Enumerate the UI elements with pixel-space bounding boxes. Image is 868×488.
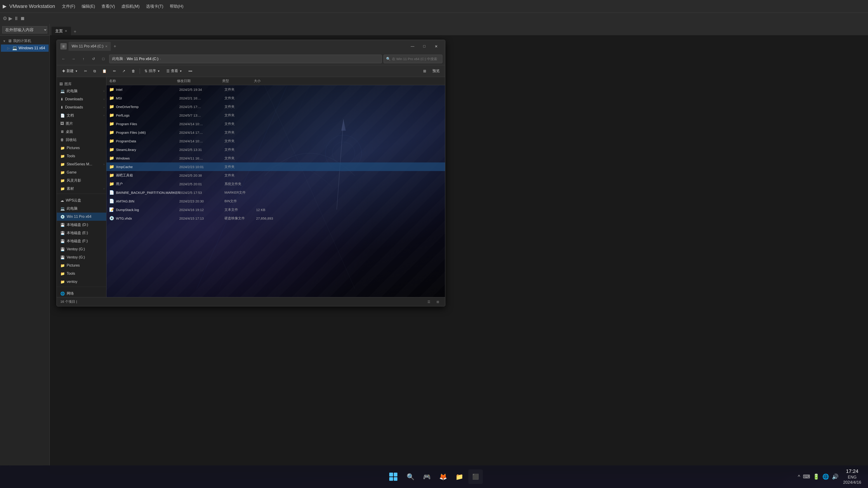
taskbar-filemanager-icon[interactable]: 📁 xyxy=(452,469,467,484)
tray-battery-icon[interactable]: 🔋 xyxy=(813,474,819,480)
menu-view[interactable]: 查看(V) xyxy=(98,3,118,10)
toolbar-icon-1[interactable]: ⚙ xyxy=(3,15,7,22)
sidebar-item-wps[interactable]: ☁ WPS云盘 xyxy=(57,196,106,204)
window-maximize-button[interactable]: □ xyxy=(419,42,430,51)
file-row-perflogs[interactable]: 📁 PerfLogs 2024/5/7 13:... 文件夹 xyxy=(106,111,445,120)
details-pane-button[interactable]: ⊞ xyxy=(421,67,429,75)
nav-location-button[interactable]: □ xyxy=(99,55,107,63)
sidebar-item-network[interactable]: 🌐 网络 xyxy=(57,289,106,297)
new-button[interactable]: ✚ 新建 ▼ xyxy=(59,67,81,75)
sidebar-item-downloads-1[interactable]: ⬇ Downloads › xyxy=(57,95,106,103)
tray-datetime[interactable]: 17:24 ENG 2024/4/16 xyxy=(843,468,861,485)
delete-button[interactable]: 🗑 xyxy=(129,67,138,75)
window-minimize-button[interactable]: — xyxy=(407,42,418,51)
taskbar-search-icon[interactable]: 🔍 xyxy=(403,469,418,484)
menu-vm[interactable]: 虚拟机(M) xyxy=(118,3,143,10)
file-row-onedrivetemp[interactable]: 📁 OneDriveTemp 2024/2/5 17:... 文件夹 xyxy=(106,102,445,111)
tray-chevron-icon[interactable]: ^ xyxy=(798,474,800,480)
sidebar-item-downloads-2[interactable]: ⬇ Downloads › xyxy=(57,103,106,111)
col-size-header[interactable]: 大小 xyxy=(254,79,281,83)
file-row-programdata[interactable]: 📁 ProgramData 2024/4/14 10:... 文件夹 xyxy=(106,137,445,145)
menu-tabs[interactable]: 选项卡(T) xyxy=(143,3,166,10)
sidebar-item-tools[interactable]: 📁 Tools xyxy=(57,152,106,160)
share-button[interactable]: ↗ xyxy=(120,67,128,75)
file-row-amtag[interactable]: 📄 AMTAG.BIN 2024/2/23 20:30 BIN文件 xyxy=(106,197,445,205)
menu-help[interactable]: 帮助(H) xyxy=(166,3,187,10)
tree-item-my-computer[interactable]: ▼ 🖥 我的计算机 xyxy=(1,37,49,44)
file-row-programfiles[interactable]: 📁 Program Files 2024/4/14 10:... 文件夹 xyxy=(106,120,445,128)
file-row-dumpstack[interactable]: 📝 DumpStack.log 2024/4/16 19:12 文本文件 12 … xyxy=(106,205,445,214)
tab-home[interactable]: 主页 ✕ xyxy=(52,27,71,35)
search-box[interactable]: 🔍 xyxy=(383,55,442,63)
sidebar-item-pictures[interactable]: 🖼 图片 xyxy=(57,120,106,128)
detail-view-button[interactable]: ☰ xyxy=(425,299,432,305)
sidebar-item-local-e[interactable]: 💾 本地磁盘 (E:) xyxy=(57,229,106,237)
file-row-programfiles86[interactable]: 📁 Program Files (x86) 2024/4/14 17:... 文… xyxy=(106,128,445,137)
sidebar-item-ventoy-g1[interactable]: 💾 Ventoy (G:) xyxy=(57,245,106,253)
sidebar-item-desktop[interactable]: 🖥 桌面 xyxy=(57,128,106,136)
file-row-wtg[interactable]: 💿 WTG.vhdx 2024/4/15 17:13 硬盘映像文件 27,856… xyxy=(106,214,445,223)
sidebar-item-this-pc[interactable]: 💻 此电脑 › xyxy=(57,87,106,95)
sidebar-item-recycle[interactable]: 🗑 回收站 xyxy=(57,136,106,144)
toolbar-icon-4[interactable]: ⏹ xyxy=(20,15,25,22)
breadcrumb-current-drive[interactable]: Win 11 Pro x64 (C:) xyxy=(127,57,158,61)
file-row-users[interactable]: 📁 用户 2024/2/5 20:01 系统文件夹 xyxy=(106,180,445,188)
taskbar-app-icon[interactable]: ⬛ xyxy=(468,469,483,484)
search-input[interactable] xyxy=(392,57,440,61)
sidebar-item-pictures-2[interactable]: 📁 Pictures xyxy=(57,144,106,152)
sidebar-item-this-pc-2[interactable]: 💻 此电脑 xyxy=(57,204,106,213)
explorer-tab-main[interactable]: Win 11 Pro x64 (C:) ✕ xyxy=(68,42,111,51)
explorer-new-tab-button[interactable]: + xyxy=(114,44,116,49)
rename-button[interactable]: ✏ xyxy=(110,67,119,75)
file-row-winre[interactable]: 📄 $WINRE_BACKUP_PARTITION.MARKER 2024/2/… xyxy=(106,188,445,197)
file-row-steamlibrary[interactable]: 📁 SteamLibrary 2024/2/5 13:31 文件夹 xyxy=(106,145,445,154)
file-row-huabatools[interactable]: 📁 画吧工具箱 2024/2/5 20:38 文件夹 xyxy=(106,171,445,180)
sidebar-item-ventoy-folder[interactable]: 📁 ventoy xyxy=(57,278,106,286)
sidebar-item-steelseries[interactable]: 📁 SteelSeries M... › xyxy=(57,160,106,168)
grid-view-button[interactable]: ⊞ xyxy=(434,299,441,305)
sidebar-item-win11-drive[interactable]: 💿 Win 11 Pro x64 xyxy=(57,213,106,221)
sidebar-item-pictures-v[interactable]: 📁 Pictures xyxy=(57,261,106,269)
breadcrumb-this-pc[interactable]: 此电脑 xyxy=(112,57,123,61)
cut-button[interactable]: ✂ xyxy=(81,67,90,75)
file-row-xmpcache[interactable]: 📁 XmpCache 2024/2/23 10:01 文件夹 xyxy=(106,162,445,171)
toolbar-icon-3[interactable]: ⏸ xyxy=(14,15,19,22)
file-row-msi[interactable]: 📁 MSI 2024/2/1 16:... 文件夹 xyxy=(106,94,445,102)
more-button[interactable]: ••• xyxy=(186,67,195,75)
sidebar-item-documents[interactable]: 📄 文档 › xyxy=(57,111,106,120)
tab-add-button[interactable]: + xyxy=(72,28,78,35)
menu-edit[interactable]: 编辑(E) xyxy=(79,3,98,10)
sidebar-item-tools-v[interactable]: 📁 Tools xyxy=(57,269,106,278)
nav-forward-button[interactable]: → xyxy=(69,55,78,63)
sidebar-item-sucai[interactable]: 📁 素材 › xyxy=(57,185,106,193)
explorer-tab-close-icon[interactable]: ✕ xyxy=(105,45,107,48)
tray-ime-icon[interactable]: ⌨ xyxy=(803,474,810,480)
file-row-intel[interactable]: 📁 Intel 2024/2/5 19:34 文件夹 xyxy=(106,85,445,94)
view-button[interactable]: ☰ 查看 ▼ xyxy=(164,67,185,75)
sidebar-item-game[interactable]: 📁 Game xyxy=(57,168,106,176)
sidebar-item-ventoy-g2[interactable]: 💾 Ventoy (G:) xyxy=(57,253,106,261)
window-close-button[interactable]: ✕ xyxy=(431,42,441,51)
nav-refresh-button[interactable]: ↺ xyxy=(89,55,97,63)
nav-up-button[interactable]: ↑ xyxy=(79,55,88,63)
file-row-windows[interactable]: 📁 Windows 2024/4/11 16:... 文件夹 xyxy=(106,154,445,162)
tree-item-windows11[interactable]: ▷ 💻 Windows 11 x64 xyxy=(1,44,49,52)
taskbar-steam-icon[interactable]: 🎮 xyxy=(420,469,434,484)
address-bar[interactable]: 此电脑 › Win 11 Pro x64 (C:) › xyxy=(109,55,382,63)
sidebar-item-local-d[interactable]: 💾 本地磁盘 (D:) xyxy=(57,221,106,229)
col-type-header[interactable]: 类型 xyxy=(222,79,254,83)
nav-back-button[interactable]: ← xyxy=(59,55,68,63)
copy-button[interactable]: ⧉ xyxy=(91,67,98,75)
tray-network-icon[interactable]: 🌐 xyxy=(822,474,829,480)
col-name-header[interactable]: 名称 xyxy=(109,79,177,83)
taskbar-firefox-icon[interactable]: 🦊 xyxy=(436,469,450,484)
col-date-header[interactable]: 修改日期 xyxy=(177,79,222,83)
sidebar-item-local-f[interactable]: 💾 本地磁盘 (F:) xyxy=(57,237,106,245)
input-mode-select[interactable]: 在外部输入内容 xyxy=(2,26,47,33)
paste-button[interactable]: 📋 xyxy=(99,67,110,75)
preview-button[interactable]: 预览 xyxy=(430,67,442,75)
menu-file[interactable]: 文件(F) xyxy=(59,3,79,10)
toolbar-icon-2[interactable]: ▶ xyxy=(8,15,12,22)
sidebar-item-fengling[interactable]: 📁 风灵月影 xyxy=(57,176,106,185)
tab-home-close-icon[interactable]: ✕ xyxy=(65,29,67,33)
